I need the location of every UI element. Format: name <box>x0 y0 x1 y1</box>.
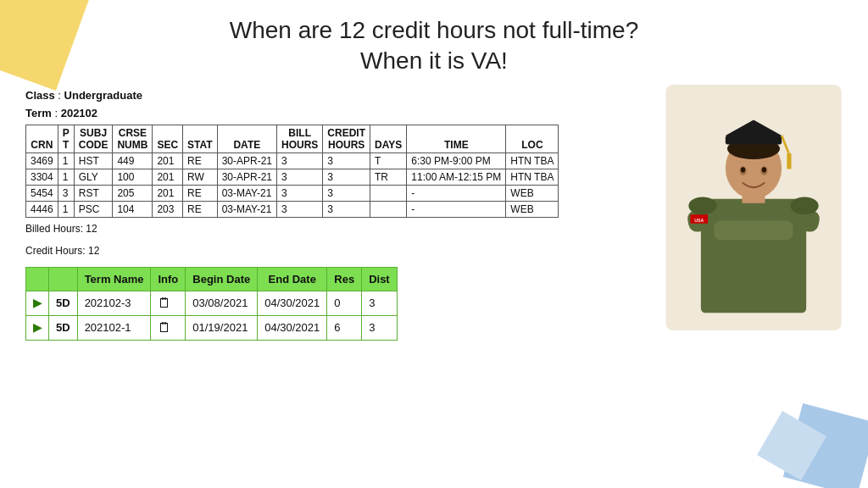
va-info-icon[interactable]: 🗒 <box>151 315 186 340</box>
course-table-row: 34691HST449201RE30-APR-2133T6:30 PM-9:00… <box>26 152 559 169</box>
col-crn: CRN <box>26 125 58 152</box>
va-res: 0 <box>327 291 362 315</box>
va-col-arrow <box>26 267 49 291</box>
va-table-wrap: Term Name Info Begin Date End Date Res D… <box>25 267 551 341</box>
svg-point-14 <box>741 167 745 172</box>
va-arrow: ▶ <box>26 315 49 340</box>
col-time: TIME <box>407 125 506 152</box>
course-table-header-row: CRN PT SUBJCODE CRSENUMB SEC STAT DATE B… <box>26 125 559 152</box>
course-table-row: 33041GLY100201RW30-APR-2133TR11:00 AM-12… <box>26 169 559 185</box>
col-days: DAYS <box>370 125 407 152</box>
va-col-dist: Dist <box>362 267 398 291</box>
va-arrow: ▶ <box>26 291 49 315</box>
svg-rect-11 <box>787 153 791 169</box>
va-header-row: Term Name Info Begin Date End Date Res D… <box>26 267 398 291</box>
va-table-row: ▶5D202102-3🗒03/08/202104/30/202103 <box>26 291 398 315</box>
va-end-date: 04/30/2021 <box>258 291 327 315</box>
va-col-type <box>49 267 78 291</box>
va-info-icon[interactable]: 🗒 <box>151 291 186 315</box>
billed-hours: Billed Hours: 12 <box>25 223 551 235</box>
va-end-date: 04/30/2021 <box>258 315 327 340</box>
title-line1: When are 12 credit hours not full-time? <box>25 15 843 46</box>
svg-point-19 <box>791 197 819 215</box>
va-table-row: ▶5D202102-1🗒01/19/202104/30/202163 <box>26 315 398 340</box>
term-label: Term <box>25 107 52 119</box>
term-info: Term : 202102 <box>25 107 551 119</box>
class-label: Class <box>25 89 55 102</box>
term-value: 202102 <box>61 107 97 119</box>
svg-rect-4 <box>714 221 793 241</box>
svg-point-15 <box>762 167 766 172</box>
class-value: Undergraduate <box>64 89 142 102</box>
va-col-termname: Term Name <box>77 267 151 291</box>
va-type: 5D <box>49 315 78 340</box>
title-line2: When it is VA! <box>25 46 843 76</box>
col-pt: PT <box>58 125 74 152</box>
va-dist: 3 <box>362 291 398 315</box>
col-date: DATE <box>217 125 276 152</box>
class-info: Class : Undergraduate <box>25 89 551 102</box>
col-subj: SUBJCODE <box>74 125 113 152</box>
svg-text:USA: USA <box>694 218 704 223</box>
va-type: 5D <box>49 291 78 315</box>
va-term-name: 202102-3 <box>77 291 151 315</box>
svg-rect-8 <box>726 136 782 144</box>
col-loc: LOC <box>506 125 559 152</box>
course-table: CRN PT SUBJCODE CRSENUMB SEC STAT DATE B… <box>25 125 559 218</box>
va-col-res: Res <box>327 267 362 291</box>
va-table: Term Name Info Begin Date End Date Res D… <box>25 267 398 341</box>
va-begin-date: 01/19/2021 <box>186 315 258 340</box>
va-col-begin: Begin Date <box>186 267 258 291</box>
va-col-info: Info <box>151 267 186 291</box>
va-col-end: End Date <box>258 267 327 291</box>
va-dist: 3 <box>362 315 398 340</box>
col-crse: CRSENUMB <box>113 125 153 152</box>
col-bill: BILLHOURS <box>277 125 323 152</box>
svg-point-18 <box>688 197 716 215</box>
left-panel: Class : Undergraduate Term : 202102 CRN … <box>25 89 551 341</box>
va-term-name: 202102-1 <box>77 315 151 340</box>
course-table-row: 44461PSC104203RE03-MAY-2133-WEB <box>26 201 559 217</box>
col-credit: CREDITHOURS <box>323 125 370 152</box>
col-stat: STAT <box>183 125 218 152</box>
col-sec: SEC <box>153 125 183 152</box>
slide-title: When are 12 credit hours not full-time? … <box>25 15 843 77</box>
soldier-image: USA <box>665 85 843 330</box>
credit-hours-info: Credit Hours: 12 <box>25 245 551 257</box>
va-begin-date: 03/08/2021 <box>186 291 258 315</box>
soldier-svg: USA <box>665 85 843 330</box>
va-res: 6 <box>327 315 362 340</box>
course-table-row: 54543RST205201RE03-MAY-2133-WEB <box>26 185 559 201</box>
